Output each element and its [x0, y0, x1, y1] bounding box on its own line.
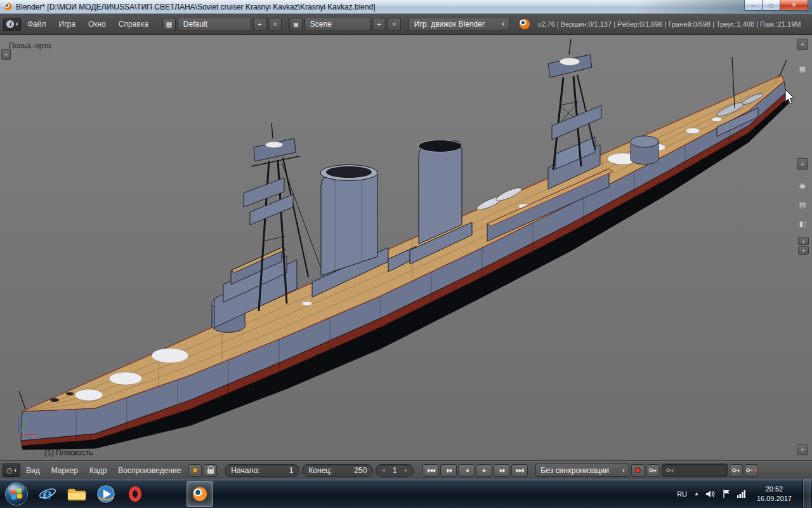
scene-stats-text: v2.76 | Вершин:0/1,137 | Рёбер:0/1,696 |…: [538, 20, 801, 28]
ship-deck: [22, 75, 784, 411]
folder-icon: [67, 486, 86, 502]
window-title: Blender* [D:\МОИ МОДЕЛИ\USSA\ТИП СВЕТЛАН…: [16, 3, 376, 11]
prev-keyframe-button[interactable]: ▮◀: [440, 464, 457, 477]
menu-playback[interactable]: Воспроизведение: [112, 466, 187, 475]
frame-dec-arrow[interactable]: ◂: [382, 467, 384, 473]
sync-mode-select[interactable]: Без синхронизации ▴▾: [535, 464, 629, 477]
keyingset-icon-button[interactable]: [646, 464, 660, 477]
media-player-icon: [96, 485, 115, 504]
zoom-steppers[interactable]: ▴ ▾: [798, 237, 809, 255]
world-sphere-icon[interactable]: ◉: [797, 180, 808, 191]
scene-icon[interactable]: ◙: [289, 18, 303, 31]
taskbar-item-opera[interactable]: [122, 481, 148, 507]
frame-inc-arrow[interactable]: ▸: [405, 467, 407, 473]
frame-end-field[interactable]: Конец: 250: [302, 464, 373, 477]
editor-type-button[interactable]: i ▴▾: [3, 18, 21, 31]
screen-layout-selector[interactable]: Default: [178, 18, 251, 31]
viewport-3d[interactable]: Польз.-орто (1) Плоскость + + ▦ + ◉ ▤ ◧ …: [0, 35, 812, 461]
record-icon: [635, 467, 641, 473]
record-button[interactable]: [631, 464, 645, 477]
menu-marker[interactable]: Маркер: [46, 466, 84, 475]
autokey-icon: [192, 467, 198, 473]
show-desktop-button[interactable]: [802, 479, 811, 508]
key-icon: [649, 467, 657, 473]
next-keyframe-button[interactable]: ▶▮: [494, 464, 510, 477]
clock-date: 16.09.2017: [757, 494, 792, 504]
scene-selector[interactable]: Scene: [304, 18, 370, 31]
clock-icon: ◷: [6, 466, 13, 474]
toolshelf-expand-tab[interactable]: +: [1, 49, 11, 60]
window-titlebar: Blender* [D:\МОИ МОДЕЛИ\USSA\ТИП СВЕТЛАН…: [0, 0, 812, 14]
region-expand-tab-bottom[interactable]: +: [797, 444, 808, 455]
menu-window[interactable]: Окно: [82, 14, 112, 34]
step-up-icon[interactable]: ▴: [798, 237, 809, 245]
timeline-editor-type-button[interactable]: ◷ ▴▾: [3, 464, 20, 477]
properties-add-tab[interactable]: +: [797, 158, 808, 170]
jump-start-button[interactable]: ▮◀◀: [422, 464, 439, 477]
key-icon: [666, 467, 674, 473]
start-button[interactable]: [0, 479, 33, 508]
action-center-flag-icon[interactable]: [723, 490, 730, 498]
windows-orb-icon: [4, 481, 29, 507]
frame-start-field[interactable]: Начало: 1: [225, 464, 299, 477]
scene-add-button[interactable]: +: [372, 18, 386, 31]
dropdown-arrows-icon: ▴▾: [622, 469, 624, 472]
clock-time: 20:52: [757, 485, 792, 494]
menu-help[interactable]: Справка: [112, 14, 155, 34]
menu-frame[interactable]: Кадр: [84, 466, 112, 475]
region-expand-tab[interactable]: +: [797, 39, 808, 50]
taskbar-item-blender[interactable]: [187, 481, 213, 507]
lock-icon: [207, 469, 214, 474]
outliner-icon[interactable]: ▦: [797, 63, 808, 74]
screen-layout-icon[interactable]: ▦: [162, 18, 176, 31]
key-delete-icon: [746, 467, 753, 473]
properties-doc-icon[interactable]: ▤: [797, 199, 808, 210]
scene-remove-button[interactable]: ×: [388, 18, 401, 31]
step-down-icon[interactable]: ▾: [798, 246, 809, 255]
hidden-icons-button[interactable]: ▲: [694, 491, 699, 497]
network-icon[interactable]: [737, 490, 746, 498]
close-button[interactable]: ×: [780, 0, 808, 11]
language-indicator[interactable]: RU: [677, 490, 687, 498]
lock-button[interactable]: [204, 464, 217, 477]
blender-logo-icon: [518, 18, 532, 30]
active-object-label: (1) Плоскость: [44, 448, 93, 457]
menu-view[interactable]: Вид: [20, 466, 46, 475]
viewport-scene: [0, 35, 812, 461]
properties-panel-icon[interactable]: ◧: [797, 218, 808, 229]
autokey-button[interactable]: [188, 464, 202, 477]
internet-explorer-icon: e: [38, 485, 57, 504]
key-plus-icon: [732, 467, 740, 473]
maximize-button[interactable]: □: [762, 0, 780, 11]
opera-icon: [129, 486, 141, 502]
delete-keyframe-button[interactable]: ×: [745, 464, 758, 477]
play-reverse-button[interactable]: ◀: [458, 464, 475, 477]
keying-set-field[interactable]: [662, 464, 728, 477]
insert-keyframe-button[interactable]: [730, 464, 743, 477]
screen: Blender* [D:\МОИ МОДЕЛИ\USSA\ТИП СВЕТЛАН…: [0, 0, 812, 508]
taskbar: e RU: [0, 479, 812, 508]
render-engine-selector[interactable]: Игр. движок Blender ▴▾: [409, 18, 510, 31]
menu-file[interactable]: Файл: [21, 14, 53, 34]
volume-icon[interactable]: [706, 490, 716, 498]
menu-game[interactable]: Игра: [53, 14, 82, 34]
red-x-icon: ×: [754, 467, 757, 474]
taskbar-item-explorer[interactable]: [63, 481, 90, 507]
taskbar-item-media-player[interactable]: [93, 481, 119, 507]
playback-controls: ▮◀◀ ▮◀ ◀ ▶ ▶▮ ▶▶▮: [421, 464, 528, 477]
current-frame-field[interactable]: ◂ 1 ▸: [376, 464, 414, 477]
screen-layout-remove-button[interactable]: ×: [268, 18, 282, 31]
info-header: i ▴▾ Файл Игра Окно Справка ▦ Default + …: [0, 14, 812, 35]
jump-end-button[interactable]: ▶▶▮: [511, 464, 528, 477]
view-orientation-label: Польз.-орто: [9, 41, 51, 50]
window-icon: [3, 2, 13, 11]
dropdown-arrows-icon: ▴▾: [502, 22, 504, 26]
minimize-button[interactable]: –: [744, 0, 763, 11]
play-button[interactable]: ▶: [476, 464, 492, 477]
blender-app: i ▴▾ Файл Игра Окно Справка ▦ Default + …: [0, 14, 812, 479]
info-editor-icon: i: [6, 20, 14, 28]
taskbar-item-ie[interactable]: e: [34, 481, 61, 507]
ship-model[interactable]: [19, 39, 789, 450]
clock[interactable]: 20:52 16.09.2017: [757, 485, 792, 504]
screen-layout-add-button[interactable]: +: [253, 18, 266, 31]
